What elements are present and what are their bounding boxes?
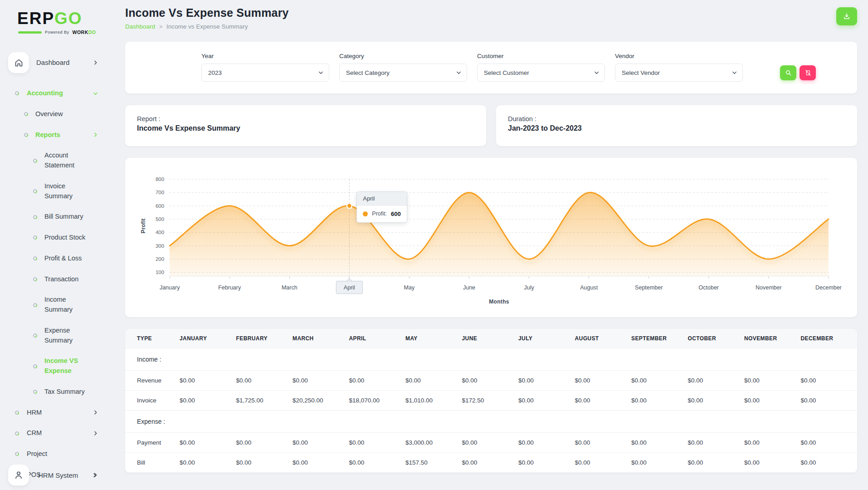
download-icon xyxy=(843,12,851,20)
amount-cell: $0.00 xyxy=(180,370,236,390)
amount-cell: $0.00 xyxy=(631,432,688,452)
year-select[interactable]: 2023 xyxy=(201,64,329,82)
amount-cell: $3,000.00 xyxy=(405,432,462,452)
sidebar-item-tax-summary[interactable]: Tax Summary xyxy=(0,382,110,402)
sidebar-item-hrm-system[interactable]: HRM System xyxy=(8,465,101,485)
svg-text:August: August xyxy=(580,284,598,291)
section-title: Income : xyxy=(125,348,857,370)
sidebar-item-project[interactable]: Project xyxy=(0,444,110,465)
sidebar-item-label: Reports xyxy=(35,130,60,140)
sidebar-item-accounting[interactable]: Accounting xyxy=(0,83,110,104)
profit-chart[interactable]: 800700600500400300200100JanuaryFebruaryM… xyxy=(138,168,844,314)
bullet-ring-icon xyxy=(32,188,38,194)
chart-card: 800700600500400300200100JanuaryFebruaryM… xyxy=(125,158,857,317)
bullet-ring-icon xyxy=(32,255,38,261)
row-type: Invoice xyxy=(125,390,180,410)
amount-cell: $0.00 xyxy=(236,432,293,452)
sidebar-item-invoice-summary[interactable]: Invoice Summary xyxy=(0,176,110,207)
sidebar-item-reports[interactable]: Reports xyxy=(0,125,110,146)
tooltip-value: 600 xyxy=(391,211,401,217)
sidebar-item-label: Invoice Summary xyxy=(44,181,92,201)
sidebar-item-income-summary[interactable]: Income Summary xyxy=(0,289,110,320)
amount-cell: $0.00 xyxy=(293,370,349,390)
sidebar-item-label: HRM xyxy=(27,408,42,418)
chart-tooltip: April Profit: 600 xyxy=(356,191,407,223)
breadcrumb-dashboard-link[interactable]: Dashboard xyxy=(125,23,155,30)
sidebar: ERPGO Powered By WORKDO DashboardAccount… xyxy=(0,0,110,490)
chevron-right-icon xyxy=(93,60,98,66)
bullet-ring-icon xyxy=(32,276,38,282)
reset-filter-button[interactable] xyxy=(800,65,816,80)
amount-cell: $0.00 xyxy=(744,370,801,390)
home-icon xyxy=(8,52,29,73)
logo-powered-by: Powered By WORKDO xyxy=(17,29,110,35)
sidebar-item-label: Income VS Expense xyxy=(44,356,92,376)
svg-text:100: 100 xyxy=(156,270,164,275)
amount-cell: $0.00 xyxy=(293,432,349,452)
amount-cell: $0.00 xyxy=(349,370,406,390)
amount-cell: $0.00 xyxy=(462,370,519,390)
sidebar-item-label: HRM System xyxy=(38,471,78,479)
sidebar-item-label: Profit & Loss xyxy=(44,254,82,264)
download-button[interactable] xyxy=(836,7,857,25)
category-select[interactable]: Select Category xyxy=(339,64,467,82)
amount-cell: $0.00 xyxy=(744,432,801,452)
section-title: Expense : xyxy=(125,410,857,432)
column-header-september: SEPTEMBER xyxy=(631,329,688,348)
sidebar-item-hrm[interactable]: HRM xyxy=(0,402,110,423)
column-header-july: JULY xyxy=(518,329,575,348)
amount-cell: $0.00 xyxy=(518,390,575,410)
svg-text:May: May xyxy=(404,284,415,291)
amount-cell: $1,010.00 xyxy=(405,390,462,410)
tooltip-month: April xyxy=(357,192,406,206)
amount-cell: $0.00 xyxy=(293,452,349,472)
sidebar-item-crm[interactable]: CRM xyxy=(0,423,110,444)
filter-card: Year 2023 Category Select Category Custo… xyxy=(125,42,857,93)
customer-select[interactable]: Select Customer xyxy=(477,64,605,82)
column-header-december: DECEMBER xyxy=(801,329,858,348)
amount-cell: $0.00 xyxy=(631,452,688,472)
sidebar-item-dashboard[interactable]: Dashboard xyxy=(0,47,110,78)
section-row-income: Income : xyxy=(125,348,857,370)
table-row-bill: Bill$0.00$0.00$0.00$0.00$157.50$0.00$0.0… xyxy=(125,452,857,472)
amount-cell: $172.50 xyxy=(462,390,519,410)
column-header-november: NOVEMBER xyxy=(744,329,801,348)
svg-text:September: September xyxy=(635,284,663,291)
svg-text:Months: Months xyxy=(489,299,509,305)
svg-text:March: March xyxy=(282,284,297,291)
chevron-right-icon xyxy=(93,132,98,138)
app-logo[interactable]: ERPGO Powered By WORKDO xyxy=(0,6,110,35)
column-header-type: TYPE xyxy=(125,329,180,348)
page-header-left: Income Vs Expense Summary Dashboard > In… xyxy=(125,6,289,30)
sidebar-item-transaction[interactable]: Transaction xyxy=(0,269,110,290)
tooltip-body: Profit: 600 xyxy=(357,206,406,222)
sidebar-item-bill-summary[interactable]: Bill Summary xyxy=(0,206,110,227)
amount-cell: $0.00 xyxy=(688,432,745,452)
apply-filter-button[interactable] xyxy=(780,65,796,80)
filter-actions xyxy=(780,65,816,82)
sidebar-item-profit-loss[interactable]: Profit & Loss xyxy=(0,248,110,269)
search-icon xyxy=(785,69,792,76)
amount-cell: $0.00 xyxy=(575,370,632,390)
breadcrumb-separator: > xyxy=(159,24,162,30)
workdo-work: WORK xyxy=(73,29,88,35)
summary-cards: Report : Income Vs Expense Summary Durat… xyxy=(125,105,857,146)
amount-cell: $1,725.00 xyxy=(236,390,293,410)
sidebar-nav: DashboardAccountingOverviewReportsAccoun… xyxy=(0,47,110,485)
sidebar-item-expense-summary[interactable]: Expense Summary xyxy=(0,320,110,351)
sidebar-item-account-statement[interactable]: Account Statement xyxy=(0,145,110,176)
vendor-select[interactable]: Select Vendor xyxy=(615,64,743,82)
amount-cell: $0.00 xyxy=(575,452,632,472)
chevron-right-icon xyxy=(93,431,98,436)
amount-cell: $0.00 xyxy=(462,452,519,472)
chevron-right-icon xyxy=(92,472,98,478)
amount-cell: $0.00 xyxy=(180,432,236,452)
main-content: Income Vs Expense Summary Dashboard > In… xyxy=(110,0,868,490)
sidebar-item-product-stock[interactable]: Product Stock xyxy=(0,227,110,248)
sidebar-item-overview[interactable]: Overview xyxy=(0,104,110,125)
sidebar-item-income-vs-expense[interactable]: Income VS Expense xyxy=(0,351,110,382)
svg-text:October: October xyxy=(699,284,719,291)
svg-text:700: 700 xyxy=(156,190,164,195)
amount-cell: $0.00 xyxy=(801,370,858,390)
row-type: Bill xyxy=(125,452,180,472)
